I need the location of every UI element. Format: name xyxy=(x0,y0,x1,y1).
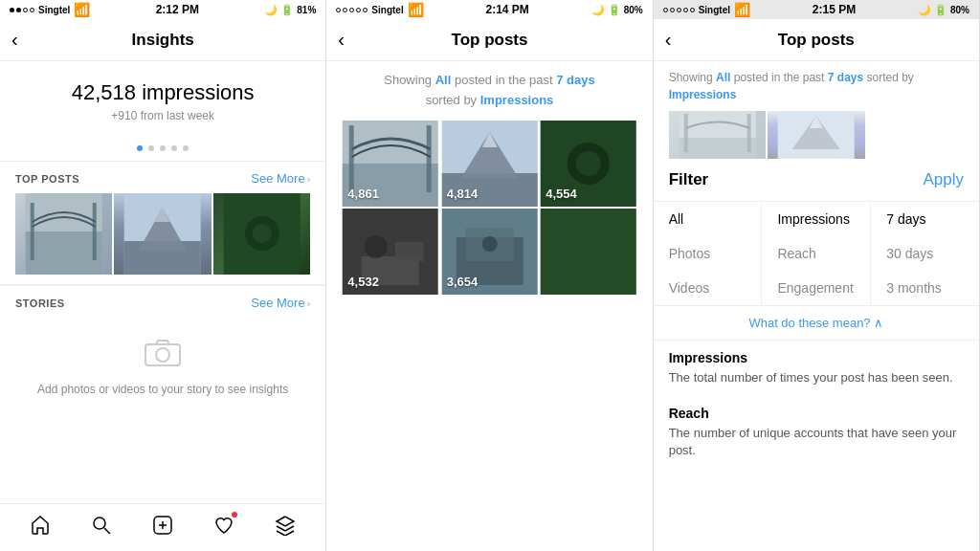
svg-rect-44 xyxy=(746,114,750,152)
time-3: 2:15 PM xyxy=(813,3,856,16)
info-desc-reach: The number of unique accounts that have … xyxy=(669,425,964,459)
f-sorted: sorted by xyxy=(867,71,914,84)
filter-sorted: Impressions xyxy=(480,93,554,107)
filter-col-type: All Photos Videos xyxy=(654,202,763,305)
filter-3months-option[interactable]: 3 months xyxy=(871,271,979,305)
signal-dot xyxy=(16,8,21,12)
post-cell-2[interactable]: 4,814 xyxy=(441,121,538,207)
filter-options: All Photos Videos Impressions Reach Enga… xyxy=(654,202,979,306)
signal-dot-3c xyxy=(677,8,681,12)
svg-rect-42 xyxy=(679,138,755,159)
page-dots xyxy=(0,145,325,151)
insights-content: 42,518 impressions +910 from last week T… xyxy=(0,61,325,503)
post-cell-6[interactable] xyxy=(540,209,636,295)
moon-icon-2: 🌙 xyxy=(591,4,605,16)
top-nav-1: ‹ Insights xyxy=(0,19,325,61)
stories-see-more[interactable]: See More › xyxy=(251,296,310,310)
signal-dot xyxy=(336,8,341,12)
filter-7days-option[interactable]: 7 days xyxy=(871,202,979,236)
search-nav-icon[interactable] xyxy=(91,515,112,541)
filter-description: Showing All posted in the past 7 days so… xyxy=(326,61,652,121)
post-cell-4[interactable]: 4,532 xyxy=(342,209,438,295)
signal-dot xyxy=(23,8,28,12)
signal-dot xyxy=(356,8,361,12)
top-post-thumb-3[interactable] xyxy=(213,193,310,275)
impressions-delta: +910 from last week xyxy=(10,109,316,122)
post-count-3: 4,554 xyxy=(546,187,577,201)
signal-dot xyxy=(349,8,354,12)
filter-reach-option[interactable]: Reach xyxy=(762,236,870,271)
impressions-number: 42,518 impressions xyxy=(10,80,316,105)
svg-rect-1 xyxy=(26,231,102,275)
filter-col-metric: Impressions Reach Engagement xyxy=(762,202,871,305)
f-all: All xyxy=(716,71,730,84)
layers-nav-icon[interactable] xyxy=(275,515,296,541)
stories-chevron: › xyxy=(307,298,311,309)
dot-1 xyxy=(137,145,143,151)
stories-section: STORIES See More › Add photos or videos … xyxy=(0,284,325,415)
wifi-icon-3: 📶 xyxy=(734,2,750,17)
partial-thumbnail xyxy=(654,111,979,159)
svg-rect-3 xyxy=(93,203,97,260)
apply-button[interactable]: Apply xyxy=(923,170,964,189)
post-count-5: 3,654 xyxy=(447,275,479,289)
signal-dot xyxy=(363,8,368,12)
time-1: 2:12 PM xyxy=(156,3,199,16)
filter-posted: posted in the past xyxy=(455,73,553,87)
battery-pct-1: 81% xyxy=(297,5,316,15)
post-cell-1[interactable]: 4,861 xyxy=(342,121,438,207)
impressions-block: 42,518 impressions +910 from last week xyxy=(0,61,325,132)
post-count-4: 4,532 xyxy=(347,275,379,289)
info-block-impressions: Impressions The total number of times yo… xyxy=(654,341,979,396)
heart-nav-icon[interactable] xyxy=(213,515,234,541)
filter-title: Filter xyxy=(669,170,709,189)
home-nav-icon[interactable] xyxy=(30,515,51,541)
filter-30days-option[interactable]: 30 days xyxy=(871,236,979,271)
filter-all-option[interactable]: All xyxy=(654,202,762,236)
back-button-3[interactable]: ‹ xyxy=(665,29,672,51)
battery-icon-3: 🔋 xyxy=(934,4,947,16)
partial-thumb-1 xyxy=(669,111,766,159)
filter-videos-option[interactable]: Videos xyxy=(654,271,762,305)
posts-grid: 4,861 4,814 4,554 4,532 3,654 xyxy=(326,121,652,295)
camera-icon xyxy=(144,337,182,375)
back-button-2[interactable]: ‹ xyxy=(338,29,345,51)
panel-insights: Singtel 📶 2:12 PM 🌙 🔋 81% ‹ Insights 42,… xyxy=(0,0,326,551)
filter-header: Filter Apply xyxy=(654,159,979,202)
info-desc-impressions: The total number of times your post has … xyxy=(669,369,964,386)
filter-all: All xyxy=(435,73,452,87)
back-button-1[interactable]: ‹ xyxy=(11,29,18,51)
partial-thumb-2 xyxy=(768,111,864,159)
svg-rect-11 xyxy=(224,193,301,275)
top-posts-grid xyxy=(0,193,325,284)
filter-impressions-option[interactable]: Impressions xyxy=(762,202,870,236)
filter-days: 7 days xyxy=(556,73,594,87)
post-count-2: 4,814 xyxy=(447,187,479,201)
f-impressions: Impressions xyxy=(669,88,737,101)
add-nav-icon[interactable] xyxy=(152,515,173,541)
filter-photos-option[interactable]: Photos xyxy=(654,236,762,271)
see-more-chevron: › xyxy=(307,173,311,185)
filter-engagement-option[interactable]: Engagement xyxy=(762,271,870,305)
what-mean-link[interactable]: What do these mean? ∧ xyxy=(654,306,979,341)
top-nav-2: ‹ Top posts xyxy=(326,19,652,61)
page-title-3: Top posts xyxy=(778,31,855,50)
filter-col-period: 7 days 30 days 3 months xyxy=(871,202,979,305)
top-posts-see-more[interactable]: See More › xyxy=(251,171,310,186)
post-cell-3[interactable]: 4,554 xyxy=(540,121,636,207)
svg-point-38 xyxy=(481,236,497,252)
top-posts-label: TOP POSTS xyxy=(15,173,79,185)
carrier-1: Singtel 📶 xyxy=(10,2,90,17)
partial-thumb-inner xyxy=(654,111,979,159)
time-2: 2:14 PM xyxy=(485,3,528,16)
svg-line-15 xyxy=(104,528,110,534)
post-cell-5[interactable]: 3,654 xyxy=(441,209,538,295)
svg-rect-43 xyxy=(683,114,687,152)
top-post-thumb-2[interactable] xyxy=(114,193,211,275)
page-title-1: Insights xyxy=(132,31,194,50)
top-post-thumb-1[interactable] xyxy=(15,193,112,275)
signal-dot xyxy=(343,8,347,12)
post-count-1: 4,861 xyxy=(347,187,379,201)
info-title-reach: Reach xyxy=(669,406,964,421)
status-icons-1: 🌙 🔋 81% xyxy=(264,4,316,16)
